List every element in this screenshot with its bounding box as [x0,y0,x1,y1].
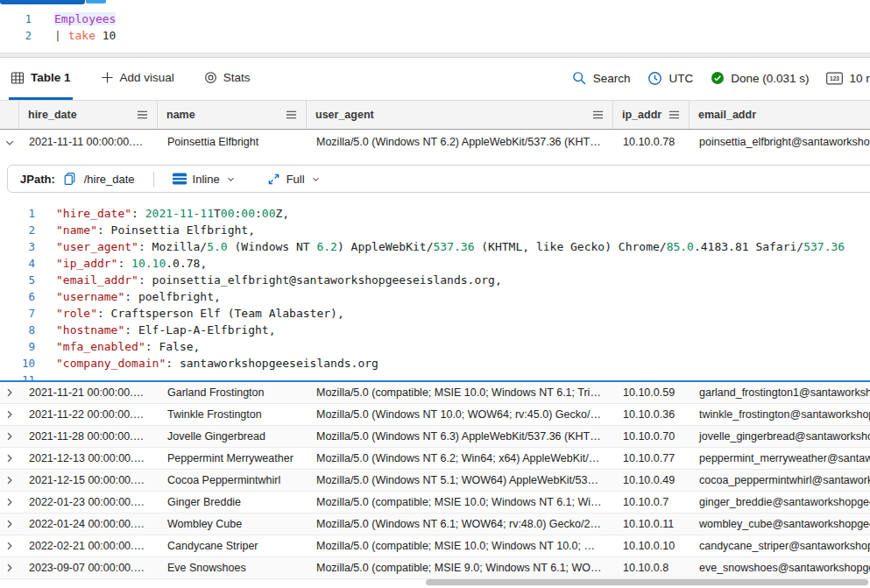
table-row[interactable]: 2021-11-28 00:00:00.0000Jovelle Gingerbr… [0,426,870,448]
query-editor[interactable]: 1Employees2| take 10 [0,4,870,53]
cell-email_addr: candycane_striper@santaworkshopgeeseisla… [690,535,870,556]
rows-host: 2021-11-21 00:00:00.0000Garland Frosting… [0,382,870,579]
cell-hire_date: 2022-01-23 00:00:00.0000 [19,492,158,513]
cell-email_addr: eve_snowshoes@santaworkshopgeeseislands.… [690,557,870,578]
clock-icon [647,71,662,86]
column-header-hire_date[interactable]: hire_date [19,101,158,129]
expand-row-icon[interactable] [0,514,19,535]
cell-email_addr: ginger_breddie@santaworkshopgeeseislands… [690,492,870,513]
json-line: 10"company_domain": santaworkshopgeeseis… [0,355,870,372]
tab-stats[interactable]: Stats [202,58,252,100]
column-header-user_agent[interactable]: user_agent [307,101,613,129]
editor-line[interactable]: 2| take 10 [0,27,870,44]
expand-row-icon[interactable] [0,404,19,425]
search-icon [572,71,587,86]
column-header-email_addr[interactable]: email_addr [690,101,870,129]
cell-ip_addr: 10.10.0.49 [613,470,690,491]
cell-name: Garland Frostington [158,382,307,403]
json-line: 2"name": Poinsettia Elfbright, [0,222,870,238]
result-tabs: Table 1 Add visual Stats [9,58,252,100]
cell-name: Jovelle Gingerbread [158,426,307,447]
column-menu-icon[interactable] [668,110,680,120]
json-line-number: 2 [0,223,35,237]
cell-hire_date: 2022-01-24 00:00:00.0000 [19,514,158,535]
table-row[interactable]: 2021-11-22 00:00:00.0000Twinkle Frosting… [0,404,870,426]
tab-label: Table 1 [31,71,71,84]
editor-code-text: Employees [54,12,116,25]
pane-size-full-dropdown[interactable]: Full [267,173,321,186]
cell-hire_date: 2022-02-21 00:00:00.0000 [19,535,158,556]
cell-email_addr: poinsettia_elfbright@santaworkshopgeesei… [690,130,870,156]
expand-row-icon[interactable] [0,426,19,447]
record-count-icon: 123 [826,72,843,85]
active-tab-edge[interactable] [0,0,85,4]
table-row[interactable]: 2022-01-23 00:00:00.0000Ginger BreddieMo… [0,492,870,514]
secondary-tab-edge[interactable] [86,0,106,4]
row-detail-pane: JPath: /hire_date Inline Full 1"hire_dat [0,156,870,382]
json-line-text: "mfa_enabled": False, [56,340,200,353]
json-line-text: "ip_addr": 10.10.0.78, [56,257,207,270]
horizontal-scrollbar[interactable] [426,579,868,585]
table-row[interactable]: 2023-09-07 00:00:00.0000Eve SnowshoesMoz… [0,557,870,579]
column-label: user_agent [315,109,592,121]
table-header-row: hire_datenameuser_agentip_addremail_addr [0,101,870,130]
json-line-text: "email_addr": poinsettia_elfbright@santa… [56,273,502,287]
expand-row-icon[interactable] [0,492,19,513]
tab-label: Add visual [120,71,174,84]
cell-hire_date: 2021-11-21 00:00:00.0000 [19,382,158,403]
cell-ip_addr: 10.10.0.77 [613,448,690,469]
column-menu-icon[interactable] [592,110,604,120]
json-detail[interactable]: 1"hire_date": 2021-11-11T00:00:00Z,2"nam… [0,205,870,382]
cell-user_agent: Mozilla/5.0 (Windows NT 6.1; WOW64; rv:4… [307,514,613,535]
copy-icon[interactable] [63,172,76,186]
json-line: 11 [0,372,870,382]
timezone-button[interactable]: UTC [647,71,693,86]
editor-line-number: 1 [0,13,32,25]
expand-row-icon[interactable] [0,557,19,578]
inline-label: Inline [193,173,220,186]
json-line-number: 3 [0,240,35,253]
editor-line[interactable]: 1Employees [0,11,870,27]
json-line: 9"mfa_enabled": False, [0,338,870,355]
json-line-text: "hire_date": 2021-11-11T00:00:00Z, [56,207,289,220]
collapse-row-icon[interactable] [0,130,19,156]
column-menu-icon[interactable] [137,110,148,120]
tab-add-visual[interactable]: Add visual [99,58,176,100]
cell-name: Candycane Striper [158,535,307,556]
expand-row-icon[interactable] [0,470,19,491]
json-line-number: 7 [0,307,35,320]
cell-name: Cocoa Peppermintwhirl [158,470,307,491]
cell-email_addr: wombley_cube@santaworkshopgeeseislands.o… [690,514,870,535]
column-header-name[interactable]: name [158,101,307,129]
table-row[interactable]: 2022-01-24 00:00:00.0000Wombley CubeMozi… [0,514,870,535]
check-circle-icon [711,71,725,85]
tab-table-1[interactable]: Table 1 [9,58,73,100]
column-header-ip_addr[interactable]: ip_addr [613,101,690,129]
column-menu-icon[interactable] [286,110,297,120]
header-expander-cell [0,101,19,129]
table-row[interactable]: 2021-11-11 00:00:00.0000Poinsettia Elfbr… [0,130,870,156]
expand-row-icon[interactable] [0,535,19,556]
json-line-number: 8 [0,323,35,337]
expand-row-icon[interactable] [0,448,19,469]
cell-name: Wombley Cube [158,514,307,535]
cell-ip_addr: 10.10.0.7 [613,492,690,513]
jpath-label: JPath: [20,173,55,186]
expand-row-icon[interactable] [0,382,19,403]
json-line-text: "role": Craftsperson Elf (Team Alabaster… [56,307,344,320]
cell-email_addr: garland_frostington1@santaworkshopgeesei… [690,382,870,403]
cell-user_agent: Mozilla/5.0 (compatible; MSIE 10.0; Wind… [307,382,613,403]
cell-email_addr: peppermint_merryweather@santaworkshopgee… [690,448,870,469]
table-row[interactable]: 2021-11-21 00:00:00.0000Garland Frosting… [0,382,870,404]
table-row[interactable]: 2022-02-21 00:00:00.0000Candycane Stripe… [0,535,870,557]
cell-name: Poinsettia Elfbright [158,130,307,156]
search-button[interactable]: Search [572,71,631,86]
results-toolbar: Table 1 Add visual Stats Search UTC [0,58,870,101]
view-mode-inline-dropdown[interactable]: Inline [173,173,236,186]
cell-user_agent: Mozilla/5.0 (Windows NT 5.1; WOW64) Appl… [307,470,613,491]
table-row[interactable]: 2021-12-13 00:00:00.0000Peppermint Merry… [0,448,870,470]
cell-name: Ginger Breddie [158,492,307,513]
cell-user_agent: Mozilla/5.0 (Windows NT 6.2; Win64; x64)… [307,448,613,469]
inline-rows-icon [173,173,187,185]
table-row[interactable]: 2021-12-15 00:00:00.0000Cocoa Peppermint… [0,470,870,492]
